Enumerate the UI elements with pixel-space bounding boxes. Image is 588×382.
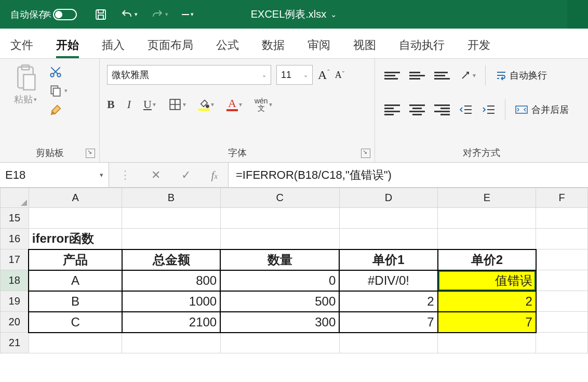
- cell[interactable]: [536, 249, 588, 270]
- tab-formulas[interactable]: 公式: [216, 37, 239, 58]
- cell[interactable]: 7: [438, 312, 536, 333]
- account-button[interactable]: [567, 0, 588, 29]
- cell[interactable]: [536, 208, 588, 229]
- cell[interactable]: #DIV/0!: [339, 270, 437, 291]
- autosave-switch[interactable]: 关: [53, 9, 77, 20]
- row-header[interactable]: 21: [1, 333, 29, 353]
- chevron-down-icon[interactable]: ▾: [165, 11, 168, 18]
- cell[interactable]: C: [29, 312, 122, 333]
- col-header[interactable]: E: [438, 188, 536, 208]
- workbook-title[interactable]: EXCEL例表.xlsx ⌄: [251, 7, 338, 21]
- bold-button[interactable]: B: [107, 98, 115, 111]
- col-header[interactable]: D: [339, 188, 437, 208]
- tab-review[interactable]: 审阅: [308, 37, 330, 58]
- chevron-down-icon[interactable]: ▾: [211, 101, 214, 108]
- underline-button[interactable]: U▾: [143, 98, 156, 111]
- col-header[interactable]: A: [29, 188, 122, 208]
- cell[interactable]: 1000: [122, 291, 220, 312]
- cell[interactable]: 数量: [220, 249, 339, 270]
- cell[interactable]: 7: [339, 312, 437, 333]
- cell[interactable]: 产品: [29, 249, 122, 270]
- col-header[interactable]: C: [220, 188, 339, 208]
- customize-qat-button[interactable]: ▾: [182, 11, 194, 18]
- dialog-launcher-icon[interactable]: [86, 149, 95, 158]
- tab-view[interactable]: 视图: [353, 37, 376, 58]
- cell[interactable]: 单价2: [438, 249, 536, 270]
- select-all-corner[interactable]: [1, 188, 29, 208]
- chevron-down-icon[interactable]: ▾: [135, 11, 138, 18]
- chevron-down-icon[interactable]: ▾: [473, 72, 476, 79]
- font-color-button[interactable]: A ▾: [226, 98, 242, 111]
- cell[interactable]: [339, 229, 437, 249]
- chevron-down-icon[interactable]: ▾: [183, 101, 186, 108]
- worksheet-grid[interactable]: A B C D E F 15 16 iferror函数 17 产品 总金额 数量…: [0, 188, 588, 382]
- cell[interactable]: [122, 333, 220, 353]
- cell[interactable]: [220, 333, 339, 353]
- chevron-down-icon[interactable]: ▾: [239, 101, 242, 108]
- align-right-button[interactable]: [434, 103, 450, 116]
- cell[interactable]: 500: [220, 291, 339, 312]
- cell[interactable]: 2: [438, 291, 536, 312]
- dots-icon[interactable]: ⋮: [119, 168, 131, 182]
- cell[interactable]: 单价1: [339, 249, 437, 270]
- decrease-font-size-button[interactable]: Aˇ: [335, 70, 344, 81]
- row-header[interactable]: 19: [1, 291, 29, 312]
- row-header[interactable]: 20: [1, 312, 29, 333]
- tab-developer[interactable]: 开发: [467, 37, 490, 58]
- redo-button[interactable]: ▾: [151, 8, 168, 21]
- align-middle-button[interactable]: [409, 69, 425, 82]
- cut-button[interactable]: [49, 65, 68, 78]
- col-header[interactable]: F: [536, 188, 588, 208]
- cell[interactable]: 300: [220, 312, 339, 333]
- merge-center-button[interactable]: 合并后居: [515, 103, 569, 116]
- cell[interactable]: 0: [220, 270, 339, 291]
- row-header[interactable]: 18: [1, 270, 29, 291]
- align-top-button[interactable]: [384, 69, 400, 82]
- chevron-down-icon[interactable]: ▾: [64, 87, 68, 94]
- row-header[interactable]: 17: [1, 249, 29, 270]
- decrease-indent-button[interactable]: [459, 104, 473, 115]
- row-header[interactable]: 15: [1, 208, 29, 229]
- chevron-down-icon[interactable]: ⌄: [330, 10, 337, 19]
- wrap-text-button[interactable]: 自动换行: [495, 69, 547, 82]
- phonetic-guide-button[interactable]: wén文 ▾: [255, 97, 272, 112]
- row-header[interactable]: 16: [1, 229, 29, 249]
- cell[interactable]: [29, 208, 122, 229]
- undo-button[interactable]: ▾: [121, 8, 138, 21]
- save-icon[interactable]: [95, 8, 107, 21]
- name-box[interactable]: E18 ▾: [0, 163, 109, 187]
- increase-font-size-button[interactable]: Aˆ: [318, 68, 330, 82]
- chevron-down-icon[interactable]: ⌄: [303, 72, 308, 78]
- chevron-down-icon[interactable]: ▾: [34, 96, 37, 103]
- cell[interactable]: [536, 229, 588, 249]
- align-left-button[interactable]: [384, 103, 400, 116]
- cell[interactable]: 800: [122, 270, 220, 291]
- cell[interactable]: [438, 333, 536, 353]
- cell-selected[interactable]: 值错误: [438, 270, 536, 291]
- tab-layout[interactable]: 页面布局: [148, 37, 193, 58]
- col-header[interactable]: B: [122, 188, 220, 208]
- cell[interactable]: [220, 208, 339, 229]
- borders-button[interactable]: ▾: [168, 98, 186, 111]
- formula-input[interactable]: =IFERROR(B18/C18,"值错误"): [229, 163, 588, 187]
- chevron-down-icon[interactable]: ▾: [153, 101, 156, 109]
- font-family-select[interactable]: 微软雅黑 ⌄: [107, 65, 271, 85]
- copy-button[interactable]: ▾: [49, 84, 68, 97]
- paste-button[interactable]: 粘贴▾: [5, 64, 46, 124]
- tab-automate[interactable]: 自动执行: [399, 37, 445, 58]
- cell[interactable]: [122, 229, 220, 249]
- cell[interactable]: [536, 291, 588, 312]
- cell[interactable]: [122, 208, 220, 229]
- cell[interactable]: iferror函数: [29, 229, 122, 249]
- fill-color-button[interactable]: ▾: [198, 98, 214, 111]
- cell[interactable]: B: [29, 291, 122, 312]
- increase-indent-button[interactable]: [482, 104, 496, 115]
- cell[interactable]: A: [29, 270, 122, 291]
- cell[interactable]: [438, 229, 536, 249]
- cell[interactable]: 2: [339, 291, 437, 312]
- cell[interactable]: [536, 270, 588, 291]
- tab-home[interactable]: 开始: [56, 37, 79, 58]
- tab-insert[interactable]: 插入: [102, 37, 125, 58]
- tab-data[interactable]: 数据: [262, 37, 285, 58]
- tab-file[interactable]: 文件: [10, 37, 33, 58]
